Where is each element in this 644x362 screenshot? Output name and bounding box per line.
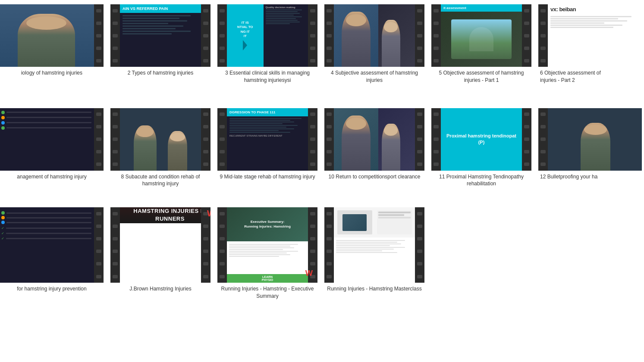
empty-slot-2: [535, 207, 642, 307]
video-item-13[interactable]: ✓ ✓ ✓ for hamstring injury prevention: [0, 207, 107, 307]
video-item-2[interactable]: AIN VS REFERRED PAIN 2 Types of hamstrin…: [107, 4, 214, 91]
video-item-4[interactable]: 4 Subjective assessment of hamstringinju…: [321, 4, 428, 91]
row-2: anagement of hamstring injury: [0, 108, 644, 195]
video-title-12: 12 Bulletproofing your ha: [538, 173, 597, 181]
video-item-6[interactable]: vx: beiban 6 Objective assessment ofinju…: [535, 4, 642, 91]
video-item-9[interactable]: DGRESSION TO PHASE 111 RECURRENT STRAINS…: [214, 108, 321, 195]
video-item-1[interactable]: iology of hamstring injuries: [0, 4, 107, 91]
video-item-11[interactable]: Proximal hamstring tendinopat(P) 11 Prox…: [428, 108, 535, 195]
video-title-5: 5 Objective assessment of hamstringinjur…: [439, 69, 524, 84]
video-title-2: 2 Types of hamstring injuries: [128, 69, 194, 77]
video-title-9: 9 Mid-late stage rehab of hamstring inju…: [220, 173, 315, 181]
video-title-3: 3 Essential clinical skills in managingh…: [225, 69, 310, 84]
main-container: iology of hamstring injuries: [0, 0, 644, 311]
video-title-10: 10 Return to competitionsport clearance: [329, 173, 421, 181]
video-item-14[interactable]: HAMSTRING INJURIES IN RUNNERS W J.Brown …: [107, 207, 214, 307]
video-item-12[interactable]: 12 Bulletproofing your ha: [535, 108, 642, 195]
video-title-16: Running Injuries - Hamstring Masterclass: [327, 285, 421, 293]
row-3: ✓ ✓ ✓ for hamstring injury prevention: [0, 207, 644, 307]
video-title-14: J.Brown Hamstring Injuries: [129, 285, 191, 293]
video-item-16[interactable]: Running Injuries - Hamstring Masterclass: [321, 207, 428, 307]
video-title-6: 6 Objective assessment ofinjuries - Part…: [538, 69, 601, 84]
video-title-13: for hamstring injury prevention: [17, 285, 86, 293]
video-title-4: 4 Subjective assessment of hamstringinju…: [331, 69, 418, 84]
video-item-3[interactable]: IT ISNTIAL TONG ITIT Quality decision ma…: [214, 4, 321, 91]
video-title-1: iology of hamstring injuries: [21, 69, 82, 77]
video-item-7[interactable]: anagement of hamstring injury: [0, 108, 107, 195]
video-item-10[interactable]: 10 Return to competitionsport clearance: [321, 108, 428, 195]
video-title-7: anagement of hamstring injury: [17, 173, 86, 181]
video-item-8[interactable]: 8 Subacute and condition rehab ofhamstri…: [107, 108, 214, 195]
empty-slot-1: [428, 207, 535, 307]
video-item-5[interactable]: it assessment 5 Objective assessment of …: [428, 4, 535, 91]
svg-text:W: W: [207, 209, 210, 218]
video-item-15[interactable]: Executive Summary:Running Injuries: Hams…: [214, 207, 321, 307]
svg-text:W: W: [305, 269, 313, 278]
video-title-11: 11 Proximal Hamstring Tendinopathyrehabi…: [439, 173, 524, 188]
row-1: iology of hamstring injuries: [0, 4, 644, 91]
video-title-15: Running Injuries - Hamstring - Executive…: [221, 285, 314, 300]
video-title-8: 8 Subacute and condition rehab ofhamstri…: [121, 173, 200, 188]
